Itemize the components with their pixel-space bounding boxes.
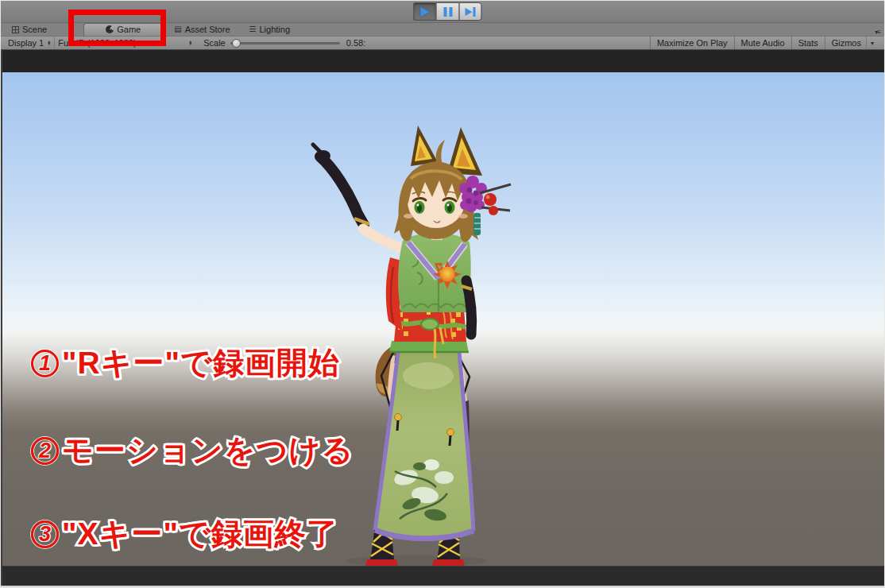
pause-button[interactable] [436,2,459,21]
lighting-icon: ☰ [249,25,257,33]
display-dropdown[interactable]: Display 1 ▲▼ [5,37,54,49]
annotation-step-2-text: モーションをつける [62,429,354,472]
tab-scene[interactable]: Scene [7,24,52,36]
gizmos-button[interactable]: Gizmos ▾ [825,37,880,49]
panel-tab-bar: Scene Game ▤ Asset Store ☰ Lighting ▾≡ [1,23,884,36]
display-dropdown-value: Display 1 [8,38,44,48]
tab-game[interactable]: Game [83,23,163,36]
tab-label: Game [117,25,141,34]
asset-store-icon: ▤ [174,25,181,33]
dropdown-arrows-icon: ▲▼ [188,41,192,46]
letterbox-bottom [2,566,884,586]
game-view-buttons: Maximize On Play Mute Audio Stats Gizmos… [650,37,880,49]
main-toolbar [1,1,884,23]
letterbox-top [2,50,884,72]
unity-editor-window: Scene Game ▤ Asset Store ☰ Lighting ▾≡ D… [0,0,885,588]
game-view-toolbar: Display 1 ▲▼ FullHD (1920x1080) ▲▼ Scale… [1,36,884,50]
scale-label: Scale [203,38,226,48]
resolution-dropdown-value: FullHD (1920x1080) [58,38,136,48]
scene-grid-icon [12,26,19,33]
tab-label: Lighting [259,25,290,34]
tab-label: Scene [22,25,47,34]
tab-label: Asset Store [185,25,230,34]
tab-lighting[interactable]: ☰ Lighting [245,24,296,36]
annotation-step-1-text: "Rキー"で録画開始 [62,342,340,385]
game-viewport[interactable]: 1 "Rキー"で録画開始 2 モーションをつける 3 "Xキー"で録画終了 [1,50,885,588]
gizmos-dropdown-arrow[interactable]: ▾ [866,37,874,49]
resolution-dropdown[interactable]: FullHD (1920x1080) ▲▼ [54,37,195,49]
dropdown-arrows-icon: ▲▼ [47,41,51,46]
play-icon [420,7,429,17]
circled-number-3: 3 [31,520,59,548]
stats-button[interactable]: Stats [791,37,825,49]
circled-number-2: 2 [31,437,59,465]
scale-slider[interactable] [230,42,340,44]
mute-audio-button[interactable]: Mute Audio [734,37,791,49]
maximize-on-play-button[interactable]: Maximize On Play [650,37,734,49]
game-pacman-icon [106,25,114,33]
panel-menu-icon[interactable]: ▾≡ [875,29,880,36]
pause-icon [443,7,452,17]
step-forward-icon [466,7,476,17]
annotation-step-1: 1 "Rキー"で録画開始 [31,342,340,385]
game-background-sky [2,72,884,566]
step-button[interactable] [459,2,482,21]
annotation-step-2: 2 モーションをつける [31,429,354,472]
annotation-step-3-text: "Xキー"で録画終了 [62,513,338,555]
play-button[interactable] [413,2,436,21]
scale-value: 0.58: [346,38,365,48]
tab-asset-store[interactable]: ▤ Asset Store [169,24,234,36]
scale-slider-knob[interactable] [232,39,241,48]
panel-left-edge [1,50,2,586]
circled-number-1: 1 [31,350,59,377]
playmode-controls [413,2,482,21]
annotation-step-3: 3 "Xキー"で録画終了 [31,513,338,555]
